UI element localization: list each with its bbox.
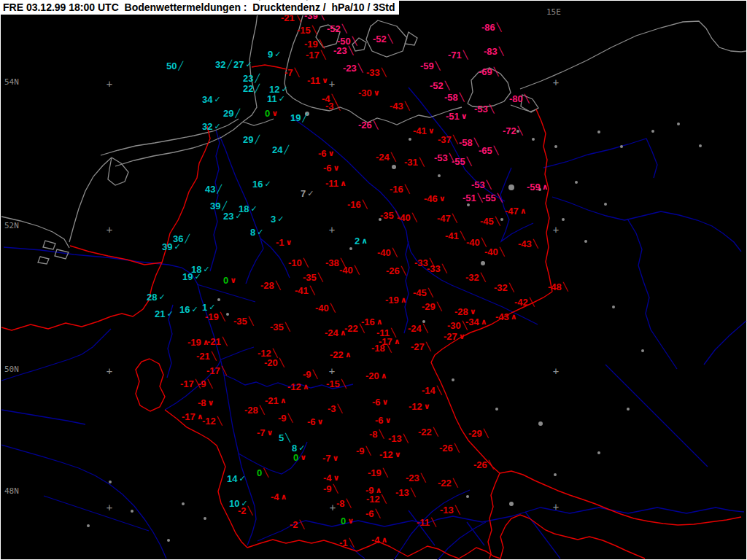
graticule-cross: + xyxy=(330,502,336,513)
pressure-tendency-value: -26 xyxy=(358,120,372,131)
station-report: -40╲ xyxy=(377,248,397,258)
tendency-symbol-fall: ╲ xyxy=(349,46,354,55)
tendency-symbol-fall: ╲ xyxy=(489,460,494,470)
pressure-tendency-value: -20 xyxy=(365,370,379,381)
station-report: -1∨ xyxy=(276,238,293,248)
pressure-tendency-value: 29 xyxy=(223,108,233,119)
tendency-symbol-fall: ╲ xyxy=(509,283,514,292)
station-report: -26╲ xyxy=(386,266,406,276)
station-report: -31╲ xyxy=(404,158,424,168)
station-report: -18╲ xyxy=(371,343,391,354)
tendency-symbol-fall: ╲ xyxy=(403,434,409,443)
pressure-tendency-value: -58 xyxy=(459,137,473,148)
station-report: -51╲ xyxy=(462,193,482,203)
station-report: -83╲ xyxy=(484,47,503,57)
tendency-symbol-check: ✓ xyxy=(279,94,285,104)
pressure-tendency-value: -40 xyxy=(377,247,391,258)
station-report: 39✓ xyxy=(162,242,181,252)
pressure-tendency-value: -35 xyxy=(233,316,247,327)
pressure-tendency-value: -55 xyxy=(482,192,496,203)
station-report: -43╲ xyxy=(390,101,409,112)
pressure-tendency-value: -13 xyxy=(388,433,402,444)
tendency-symbol-rise: ╱ xyxy=(255,84,260,93)
pressure-tendency-value: 0 xyxy=(293,452,298,463)
pressure-tendency-value: -46 xyxy=(424,193,438,204)
station-report: -33╲ xyxy=(366,68,386,78)
pressure-tendency-value: -40 xyxy=(397,212,411,223)
station-report: -26╲ xyxy=(439,443,459,454)
pressure-tendency-value: -28 xyxy=(244,405,258,416)
graticule-label: 52N xyxy=(4,221,19,230)
pressure-tendency-value: 28 xyxy=(147,292,157,303)
station-report: 27✓ xyxy=(233,60,252,70)
station-report: -20╲ xyxy=(264,358,284,368)
river-fr4 xyxy=(44,496,149,531)
tendency-symbol-rise: ╱ xyxy=(227,60,232,69)
pressure-tendency-value: -28 xyxy=(454,306,468,317)
pressure-tendency-value: 2 xyxy=(355,236,360,246)
tendency-symbol-vee: ∨ xyxy=(322,76,328,85)
tendency-symbol-fall: ╲ xyxy=(494,67,499,77)
border-poland xyxy=(536,109,552,292)
tendency-symbol-vee: ∨ xyxy=(317,417,324,427)
tendency-symbol-fall: ╲ xyxy=(288,413,293,423)
tendency-symbol-hat: ∧ xyxy=(511,312,517,322)
station-report: -29╲ xyxy=(422,302,441,312)
tendency-symbol-fall: ╲ xyxy=(387,343,392,353)
pressure-tendency-value: -52 xyxy=(327,23,341,34)
station-report: -32╲ xyxy=(465,273,485,283)
station-report: 11✓ xyxy=(267,94,285,104)
pressure-tendency-value: -4 xyxy=(271,491,279,502)
pressure-tendency-value: -23 xyxy=(343,63,357,74)
tendency-symbol-fall: ╲ xyxy=(263,468,268,478)
station-report: -41∨ xyxy=(413,126,435,136)
station-report: 0∨ xyxy=(341,516,354,526)
station-report: -12╲ xyxy=(366,494,386,505)
pressure-tendency-value: 3 xyxy=(271,214,276,225)
pressure-tendency-value: -35 xyxy=(303,272,317,283)
station-report: 5╲ xyxy=(279,433,290,443)
station-report: -12∨ xyxy=(409,402,430,412)
tendency-symbol-fall: ╲ xyxy=(533,239,538,249)
station-report: 23╱ xyxy=(243,74,260,84)
tendency-symbol-fall: ╲ xyxy=(260,405,265,415)
tendency-symbol-fall: ╲ xyxy=(489,104,495,114)
tendency-symbol-fall: ╲ xyxy=(455,505,460,515)
station-report: -4∧ xyxy=(371,535,388,545)
tendency-symbol-rise: ╱ xyxy=(255,135,260,144)
pressure-tendency-value: -40 xyxy=(484,246,498,257)
tendency-symbol-fall: ╲ xyxy=(481,273,486,282)
tendency-symbol-check: ✓ xyxy=(281,85,287,94)
pressure-tendency-value: -32 xyxy=(494,282,508,293)
station-report: -1╲ xyxy=(339,538,354,548)
tendency-symbol-hat: ∧ xyxy=(381,371,387,381)
tendency-symbol-fall: ╲ xyxy=(276,281,281,290)
station-report: -33╲ xyxy=(427,264,446,274)
station-report: -59╲ xyxy=(420,61,440,71)
station-report: -9╲ xyxy=(303,370,317,380)
tendency-symbol-vee: ∨ xyxy=(208,398,214,408)
pressure-tendency-value: -12 xyxy=(409,401,422,412)
pressure-tendency-value: 24 xyxy=(272,144,282,155)
graticule-cross: + xyxy=(553,365,559,377)
station-report: -16╲ xyxy=(390,184,409,195)
station-report: -12∧ xyxy=(287,382,309,392)
tendency-symbol-vee: ∨ xyxy=(470,307,476,316)
pressure-tendency-value: -27 xyxy=(444,331,457,342)
station-report: -4∧ xyxy=(271,492,287,502)
pressure-tendency-value: -40 xyxy=(315,303,329,314)
tendency-symbol-fall: ╲ xyxy=(433,427,438,437)
tendency-symbol-fall: ╲ xyxy=(437,302,442,311)
station-report: -9╲ xyxy=(278,413,293,424)
pressure-tendency-value: -17 xyxy=(182,411,196,422)
station-report: -22∧ xyxy=(330,350,352,360)
pressure-tendency-value: -41 xyxy=(295,285,309,296)
station-report: 8✓ xyxy=(250,228,263,238)
tendency-symbol-fall: ╲ xyxy=(421,473,426,483)
station-report: 16✓ xyxy=(179,305,198,315)
station-report: -15╲ xyxy=(297,26,317,36)
station-report: -43∧ xyxy=(495,312,517,322)
station-report: 21✓ xyxy=(155,309,174,319)
pressure-tendency-value: -6 xyxy=(365,508,374,519)
tendency-symbol-vee: ∨ xyxy=(267,428,274,438)
